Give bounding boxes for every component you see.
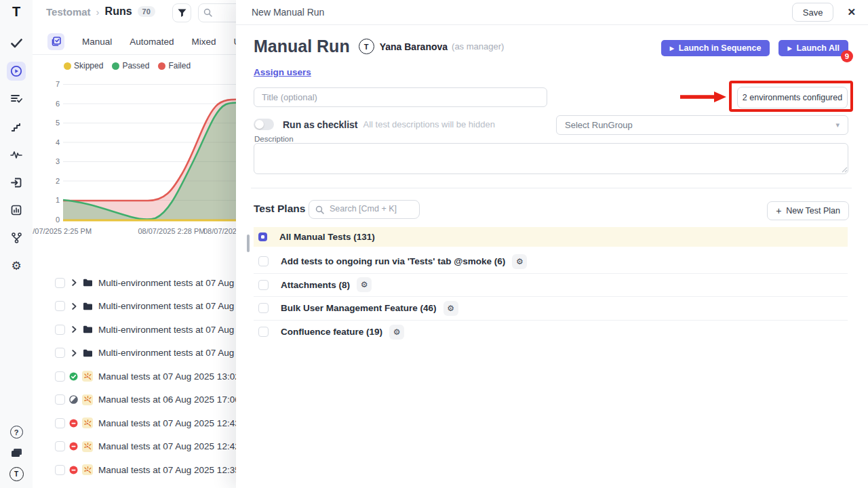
row-checkbox[interactable] — [55, 418, 65, 428]
run-as-checklist-toggle[interactable] — [254, 119, 274, 130]
checklist-hint: All test descriptions will be hidden — [363, 119, 495, 129]
sidebar-item-branches[interactable] — [7, 228, 26, 247]
chevron-right-icon[interactable] — [72, 326, 77, 333]
plan-label[interactable]: Attachments (8) — [281, 280, 350, 290]
plan-settings-gear-icon[interactable]: ⚙ — [389, 325, 404, 340]
test-plan-row[interactable]: Bulk User Management Feature (46) ⚙ — [254, 297, 848, 321]
burst-icon — [82, 464, 93, 475]
tab-manual[interactable]: Manual — [82, 37, 112, 47]
rungroup-select[interactable]: Select RunGroup ▾ — [556, 115, 848, 135]
test-plan-row[interactable]: Add tests to ongoing run via 'Tests' tab… — [254, 250, 848, 274]
run-row[interactable]: Manual tests at 06 Aug 2025 17:06 1 — [33, 388, 256, 412]
row-checkbox[interactable] — [55, 278, 65, 288]
row-checkbox[interactable] — [55, 371, 65, 382]
save-button[interactable]: Save — [792, 3, 834, 22]
assign-users-link[interactable]: Assign users — [254, 67, 311, 77]
new-test-plan-button[interactable]: + New Test Plan — [767, 201, 849, 220]
row-checkbox[interactable] — [55, 441, 65, 451]
testomat-badge-icon[interactable]: T — [9, 467, 24, 481]
row-checkbox[interactable] — [55, 465, 65, 475]
run-label[interactable]: Manual tests at 07 Aug 2025 13:02 — [98, 371, 240, 382]
checkbox-checked[interactable] — [258, 232, 267, 241]
run-folder-row[interactable]: Multi-environment tests at 07 Aug 2025 — [33, 342, 256, 365]
row-checkbox[interactable] — [55, 394, 65, 405]
test-plan-row[interactable]: Attachments (8) ⚙ — [254, 274, 848, 298]
row-checkbox[interactable] — [55, 301, 65, 311]
chevron-right-icon[interactable] — [72, 303, 77, 310]
sidebar-item-pulse[interactable] — [7, 145, 26, 164]
sidebar-item-import[interactable] — [7, 173, 26, 192]
row-checkbox[interactable] — [55, 325, 65, 335]
launch-all-button[interactable]: ▶ Launch All 9 — [778, 40, 848, 56]
run-label[interactable]: Manual tests at 07 Aug 2025 12:35 — [98, 465, 240, 475]
checkbox[interactable] — [258, 327, 269, 337]
run-title-input[interactable] — [254, 87, 547, 107]
chevron-right-icon[interactable] — [72, 350, 77, 357]
run-label[interactable]: Manual tests at 07 Aug 2025 12:42 — [98, 441, 240, 451]
list-scrollbar-thumb[interactable] — [247, 235, 250, 252]
chart-canvas — [33, 56, 244, 226]
launch-in-sequence-button[interactable]: ▶ Launch in Sequence — [661, 40, 770, 56]
run-label[interactable]: Multi-environment tests at 07 Aug 2025 — [98, 301, 257, 311]
row-checkbox[interactable] — [55, 348, 65, 358]
owner-role: (as manager) — [452, 41, 504, 52]
breadcrumb-page[interactable]: Runs — [105, 5, 132, 18]
checkbox[interactable] — [258, 303, 269, 313]
plan-settings-gear-icon[interactable]: ⚙ — [357, 277, 372, 292]
close-icon[interactable]: ✕ — [847, 6, 856, 18]
owner-name: Yana Baranova — [380, 41, 448, 52]
plan-label[interactable]: All Manual Tests (131) — [279, 232, 375, 242]
section-divider — [251, 188, 852, 188]
test-plans-search-input[interactable] — [328, 203, 416, 214]
plan-settings-gear-icon[interactable]: ⚙ — [443, 301, 458, 316]
list-check-icon — [11, 94, 22, 104]
plan-label[interactable]: Add tests to ongoing run via 'Tests' tab… — [281, 256, 505, 266]
x-tick: 08/07/2025 2:28 PM — [138, 227, 205, 235]
tab-mixed[interactable]: Mixed — [192, 37, 216, 47]
new-manual-run-drawer: New Manual Run Save ✕ Manual Run T Yana … — [236, 0, 868, 488]
help-icon[interactable]: ? — [10, 426, 23, 439]
copies-icon[interactable] — [11, 448, 22, 458]
sidebar-item-tests[interactable] — [7, 34, 26, 53]
annotation-arrow-icon — [679, 91, 728, 103]
run-row[interactable]: Manual tests at 07 Aug 2025 12:42 from — [33, 435, 256, 459]
run-folder-row[interactable]: Multi-environment tests at 07 Aug 2025 — [33, 271, 256, 295]
x-axis-labels: 08/07/2025 2:25 PM 08/07/2025 2:28 PM 08… — [33, 227, 244, 238]
sidebar-item-test-plans[interactable] — [7, 89, 26, 108]
test-plan-row-selected[interactable]: All Manual Tests (131) — [254, 227, 848, 247]
run-label[interactable]: Multi-environment tests at 07 Aug 2025 — [98, 348, 257, 358]
resize-handle-icon[interactable] — [842, 167, 848, 173]
tab-automated[interactable]: Automated — [130, 37, 174, 47]
plan-label[interactable]: Confluence feature (19) — [281, 327, 382, 337]
import-icon — [11, 178, 22, 188]
run-label[interactable]: Manual tests at 07 Aug 2025 12:43 — [98, 418, 240, 428]
run-label[interactable]: Manual tests at 06 Aug 2025 17:06 — [98, 394, 240, 405]
checkbox[interactable] — [258, 280, 269, 290]
plan-label[interactable]: Bulk User Management Feature (46) — [281, 303, 437, 313]
checklist-view-button[interactable] — [47, 33, 64, 50]
test-plans-search-box[interactable] — [309, 200, 420, 219]
run-row[interactable]: Manual tests at 07 Aug 2025 12:43 from — [33, 411, 256, 435]
run-row[interactable]: Manual tests at 07 Aug 2025 13:02 from — [33, 365, 256, 388]
checkbox[interactable] — [258, 256, 269, 266]
sidebar-item-settings[interactable]: ⚙ — [7, 256, 26, 275]
test-plans-list: All Manual Tests (131) Add tests to ongo… — [254, 227, 848, 344]
description-textarea[interactable] — [254, 143, 848, 174]
chevron-right-icon[interactable] — [72, 279, 77, 286]
run-label[interactable]: Multi-environment tests at 07 Aug 2025 — [98, 325, 257, 335]
sidebar-item-milestones[interactable] — [7, 117, 26, 136]
run-label[interactable]: Multi-environment tests at 07 Aug 2025 — [98, 278, 257, 288]
search-icon — [315, 205, 324, 214]
sidebar-item-runs[interactable] — [7, 62, 26, 81]
filter-button[interactable] — [172, 3, 191, 22]
breadcrumb-app[interactable]: Testomat — [46, 6, 91, 18]
run-folder-row[interactable]: Multi-environment tests at 07 Aug 2025 — [33, 318, 256, 342]
run-row[interactable]: Manual tests at 07 Aug 2025 12:35 from — [33, 458, 256, 482]
sidebar-item-reports[interactable] — [7, 201, 26, 220]
steps-icon — [11, 123, 22, 131]
test-plan-row[interactable]: Confluence feature (19) ⚙ — [254, 321, 848, 344]
run-folder-row[interactable]: Multi-environment tests at 07 Aug 2025 — [33, 295, 256, 319]
status-passed-icon — [69, 372, 78, 381]
burst-icon — [82, 441, 93, 452]
plan-settings-gear-icon[interactable]: ⚙ — [512, 254, 527, 269]
